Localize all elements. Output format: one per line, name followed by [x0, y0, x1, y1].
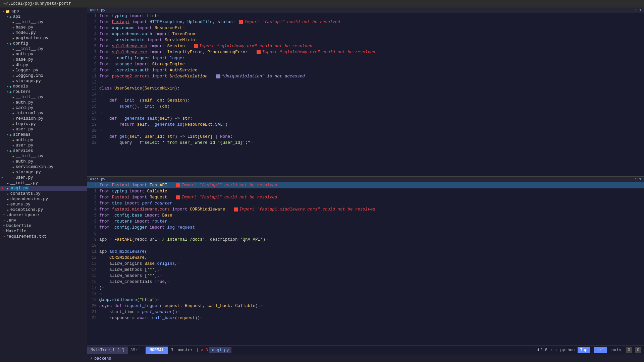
sidebar-item-dependencies[interactable]: ✦ dependencies.py	[0, 196, 87, 202]
file-topic-icon: ✦	[12, 122, 14, 126]
file-requirements-icon: ~	[3, 235, 5, 239]
file-model-icon: ✦	[12, 31, 14, 35]
sidebar-item-requirements[interactable]: ~ requirements.txt	[0, 234, 87, 239]
sidebar-label-base: base.py	[16, 25, 34, 30]
nvim-tree-label: NvimTree_1 [-]	[87, 347, 128, 354]
file-servicemixin-icon: ✦	[12, 165, 14, 169]
nvim-lineend: ↓	[555, 348, 557, 353]
sidebar-item-makefile[interactable]: ~ Makefile	[0, 229, 87, 234]
sidebar-item-config[interactable]: ▾ ◈ config	[0, 41, 87, 46]
sidebar-item-env[interactable]: ~ .env	[0, 218, 87, 223]
code-line-u11: 11 from psycopg2.errors import UniqueVio…	[87, 73, 644, 79]
sidebar-item-topic[interactable]: ✦ topic.py	[0, 121, 87, 127]
sidebar-item-enums[interactable]: ✦ enums.py	[0, 202, 87, 207]
sidebar-item-user-router[interactable]: ✦ user.py	[0, 127, 87, 132]
sidebar-item-routers[interactable]: ▾ ◈ routers	[0, 89, 87, 95]
backend-bar: ⚡ backend	[87, 355, 644, 362]
nvim-position: 35:1	[128, 348, 143, 353]
sidebar-item-base[interactable]: ✦ base.py	[0, 25, 87, 30]
arrow-app: ▾	[3, 9, 5, 13]
code-line-l9: 9 app = FastAPI(redoc_url='/_internal_/d…	[87, 237, 644, 243]
lower-code-view[interactable]: 1 from Fastapi import FastAPI¬ Import "f…	[87, 182, 644, 345]
sidebar-label-base-py: base.py	[16, 57, 34, 62]
code-line-u4: 4 from app.schemas.auth import TokenForm…	[87, 31, 644, 37]
code-line-l15: 15 allow_headers=['*'],¬	[87, 273, 644, 279]
folder-app-icon: 📁	[5, 9, 10, 14]
file-auth2-icon: ✦	[12, 101, 14, 105]
lower-editor-filename: asgi.py	[90, 177, 105, 181]
code-line-l21: 21 start_time = perf_counter()¬	[87, 309, 644, 315]
sidebar-item-storage2[interactable]: ✦ storage.py	[0, 170, 87, 175]
sidebar-label-auth-py: auth.py	[16, 52, 34, 57]
lower-editor: asgi.py 1:1 1 from Fastapi import FastAP…	[87, 177, 644, 345]
sidebar-item-internal[interactable]: ✦ internal.py	[0, 111, 87, 116]
sidebar-item-asgi[interactable]: ● ✦ asgi.py	[0, 186, 87, 191]
file-init4-icon: ✦	[12, 154, 14, 159]
sidebar-item-dockerfile[interactable]: ~ Dockerfile	[0, 223, 87, 229]
sidebar-item-servicemixin[interactable]: ✦ servicemixin.py	[0, 164, 87, 170]
sidebar-item-models[interactable]: ▸ ◈ models	[0, 84, 87, 89]
sidebar-label-api: api	[13, 14, 21, 19]
code-line-l11: 11 app.add_middleware(¬	[87, 249, 644, 255]
sidebar-item-init4[interactable]: ✦ __init__.py	[0, 154, 87, 159]
file-constants-icon: ✦	[7, 192, 9, 196]
sidebar-item-logger-py[interactable]: ✦ logger.py	[0, 68, 87, 73]
backend-icon: ⚡	[90, 356, 92, 361]
sidebar-item-schemas[interactable]: ▾ ◈ schemas	[0, 132, 87, 137]
sidebar-item-user-schema[interactable]: ✦ user.py	[0, 143, 87, 148]
sidebar-item-base-py[interactable]: ✦ base.py	[0, 57, 87, 62]
folder-config-icon: ◈	[9, 42, 12, 46]
sidebar-label-dockerfile: Dockerfile	[6, 224, 32, 228]
sidebar-label-dependencies: dependencies.py	[10, 197, 48, 201]
upper-code-view[interactable]: 1 from typing import List¬ 2 from Fastap…	[87, 13, 644, 176]
upper-editor: user.py 1:1 1 from typing import List¬ 2…	[87, 7, 644, 177]
nvim-python: python	[560, 348, 575, 353]
sidebar-item-auth-py[interactable]: ✦ auth.py	[0, 52, 87, 57]
file-dockerignore-icon: ~	[3, 213, 5, 217]
nvim-nvim-label: nvim	[609, 348, 623, 353]
sidebar-item-dockerignore[interactable]: ~ .dockerignore	[0, 213, 87, 218]
sidebar-label-init3: __init__.py	[16, 95, 44, 100]
arrow-api: ▾	[7, 15, 9, 19]
nvim-symbol: ⸿	[168, 348, 176, 353]
file-dockerfile-icon: ~	[3, 224, 5, 228]
file-exceptions-icon: ✦	[7, 208, 9, 212]
sidebar-item-user-svc[interactable]: ● ✦ user.py	[0, 175, 87, 180]
sidebar-item-init2[interactable]: ✦ __init__.py	[0, 46, 87, 52]
sidebar-label-models: models	[13, 84, 28, 89]
sidebar-item-init5[interactable]: ✦ __init__.py	[0, 180, 87, 186]
file-db-icon: ✦	[12, 63, 14, 67]
sidebar-item-app[interactable]: ▾ 📁 app	[0, 9, 87, 14]
sidebar-item-card[interactable]: ✦ card.py	[0, 105, 87, 111]
code-line-u19: 19 return self.__generate_id(ResourceExt…	[87, 122, 644, 128]
code-line-u16: 16 super().__init__(db)¬	[87, 104, 644, 110]
sidebar-label-config: config	[13, 41, 28, 46]
sidebar-item-auth4[interactable]: ✦ auth.py	[0, 159, 87, 164]
sidebar-item-db-py[interactable]: ✦ db.py	[0, 62, 87, 68]
editor-area: user.py 1:1 1 from typing import List¬ 2…	[87, 7, 644, 362]
sidebar-item-init3[interactable]: ✦ __init__.py	[0, 95, 87, 100]
file-auth-icon: ✦	[12, 52, 14, 57]
sidebar-item-services[interactable]: ▾ ◈ services	[0, 148, 87, 154]
file-internal-icon: ✦	[12, 111, 14, 116]
code-line-l2: 2 from Fastapi import Request¬ Import "f…	[87, 194, 644, 200]
sidebar-item-auth3[interactable]: ✦ auth.py	[0, 137, 87, 143]
sidebar-item-revision[interactable]: ✦ revision.py	[0, 116, 87, 121]
sidebar-item-storage-py[interactable]: ✦ storage.py	[0, 78, 87, 84]
sidebar-item-constants[interactable]: ✦ constants.py	[0, 191, 87, 196]
sidebar-label-auth4: auth.py	[16, 159, 34, 164]
sidebar-item-logging-ini[interactable]: ✦ logging.ini	[0, 73, 87, 78]
sidebar-item-auth2[interactable]: ✦ auth.py	[0, 100, 87, 105]
sidebar-label-user-svc: user.py	[15, 175, 33, 180]
sidebar-item-pagination[interactable]: ✦ pagination.py	[0, 36, 87, 41]
file-storage-icon: ✦	[12, 79, 14, 83]
sidebar-item-exceptions[interactable]: ✦ exceptions.py	[0, 207, 87, 213]
sidebar-item-init1[interactable]: ✦ __init__.py	[0, 19, 87, 25]
sidebar-item-model[interactable]: ✦ model.py	[0, 30, 87, 36]
code-line-l13: 13 allow_origins=Base.origins,¬	[87, 261, 644, 267]
code-line-u9: 9 from .storage import StorageEngine¬	[87, 61, 644, 67]
sidebar-item-api[interactable]: ▾ ◈ api	[0, 14, 87, 19]
sidebar-label-pagination: pagination.py	[16, 36, 49, 41]
code-line-l22: 22 response = await call_back(request))¬	[87, 315, 644, 321]
code-line-u5: 5 from .servicemixin import ServiceMixin…	[87, 37, 644, 43]
